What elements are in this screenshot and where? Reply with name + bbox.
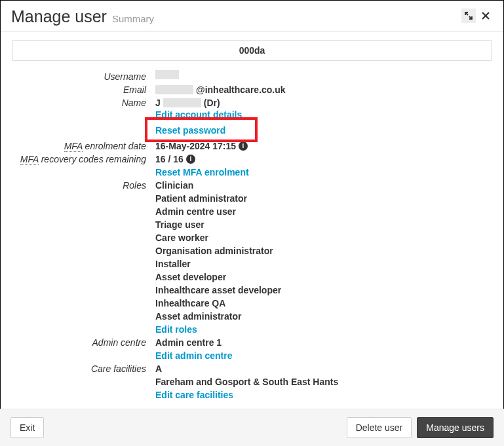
role-item: Inhealthcare asset developer <box>155 284 281 297</box>
page-subtitle: Summary <box>112 13 154 24</box>
mfa-codes-value: 16 / 16 i <box>155 153 195 166</box>
edit-care-facilities-link[interactable]: Edit care facilities <box>155 388 338 401</box>
role-item: Clinician <box>155 179 281 192</box>
username-label: Username <box>12 70 155 83</box>
mfa-enrolment-date-label: MFA enrolment date <box>12 139 155 153</box>
redacted-box <box>163 98 201 107</box>
reset-mfa-link[interactable]: Reset MFA enrolment <box>155 166 249 179</box>
email-value: @inhealthcare.co.uk <box>155 83 286 96</box>
role-item: Organisation administrator <box>155 244 281 257</box>
care-facility-item: Fareham and Gosport & South East Hants <box>155 375 338 388</box>
username-value <box>155 70 179 79</box>
expand-icon[interactable] <box>461 9 476 23</box>
admin-centre-value: Admin centre 1 <box>155 337 222 348</box>
user-id-bar: 000da <box>12 40 492 61</box>
redacted-box <box>155 85 193 94</box>
modal-header: Manage user Summary <box>1 1 503 32</box>
close-icon[interactable] <box>478 9 493 23</box>
roles-list: Clinician Patient administrator Admin ce… <box>155 179 281 336</box>
email-domain: @inhealthcare.co.uk <box>196 83 286 96</box>
role-item: Triage user <box>155 218 281 231</box>
page-title: Manage user <box>11 7 107 26</box>
modal-footer: Exit Delete user Manage users <box>0 409 504 446</box>
admin-centre-label: Admin centre <box>12 336 155 349</box>
mfa-codes-label: MFA recovery codes remaining <box>12 153 155 166</box>
name-label: Name <box>12 96 155 109</box>
content-area: 000da Username Email @inhealthcare.co.uk… <box>1 32 503 401</box>
reset-password-highlight: Reset password <box>145 117 258 142</box>
delete-user-button[interactable]: Delete user <box>347 417 412 438</box>
manage-users-button[interactable]: Manage users <box>417 417 494 438</box>
edit-admin-centre-link[interactable]: Edit admin centre <box>155 350 232 361</box>
role-item: Inhealthcare QA <box>155 297 281 310</box>
edit-roles-link[interactable]: Edit roles <box>155 323 281 336</box>
care-facility-item: A <box>155 362 338 375</box>
role-item: Care worker <box>155 231 281 244</box>
role-item: Patient administrator <box>155 192 281 205</box>
info-icon[interactable]: i <box>186 155 195 164</box>
email-label: Email <box>12 83 155 96</box>
role-item: Asset administrator <box>155 310 281 323</box>
exit-button[interactable]: Exit <box>10 417 44 438</box>
role-item: Installer <box>155 257 281 270</box>
roles-label: Roles <box>12 179 155 192</box>
role-item: Admin centre user <box>155 205 281 218</box>
redacted-box <box>155 70 179 79</box>
reset-password-link[interactable]: Reset password <box>155 125 225 136</box>
name-value: J(Dr) <box>155 96 220 109</box>
role-item: Asset developer <box>155 270 281 284</box>
care-facilities-label: Care facilities <box>12 362 155 375</box>
info-icon[interactable]: i <box>239 141 248 151</box>
